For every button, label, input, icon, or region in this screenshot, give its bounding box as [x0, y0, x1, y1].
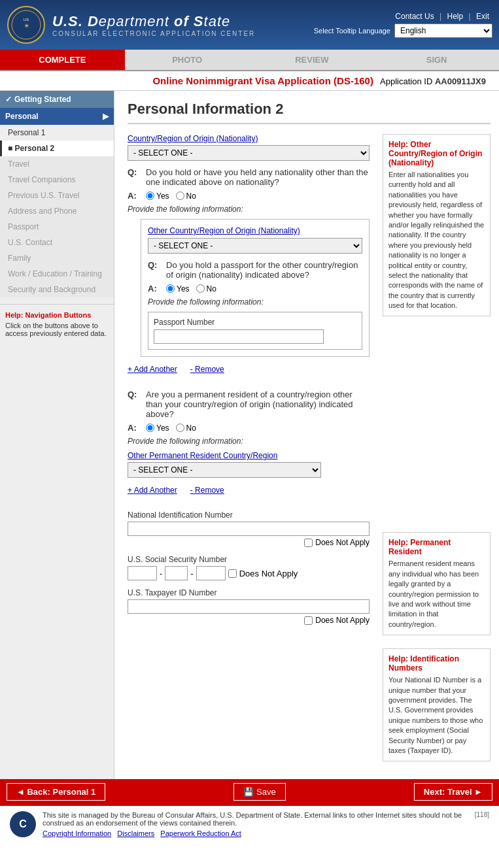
ssn-dna-checkbox[interactable] — [228, 569, 237, 578]
language-select[interactable]: English Spanish French Chinese — [394, 24, 492, 38]
sidebar-help: Help: Navigation Buttons Click on the bu… — [0, 304, 114, 344]
sidebar-item-passport[interactable]: Passport — [0, 219, 114, 235]
copyright-link[interactable]: Copyright Information — [43, 829, 111, 837]
sidebar-item-personal2[interactable]: ■ Personal 2 — [0, 141, 114, 156]
next-button[interactable]: Next: Travel ► — [414, 783, 492, 801]
ssn-part1-input[interactable] — [128, 566, 157, 580]
exit-link[interactable]: Exit — [476, 12, 489, 21]
passport-number-input[interactable] — [154, 329, 324, 344]
disclaimers-link[interactable]: Disclaimers — [117, 829, 154, 837]
sidebar-item-security[interactable]: Security and Background — [0, 282, 114, 297]
identification-section: National Identification Number Does Not … — [128, 510, 370, 625]
q2-no-label[interactable]: No — [196, 284, 216, 293]
top-links: Contact Us | Help | Exit — [314, 12, 492, 21]
perm-yes-label[interactable]: Yes — [146, 424, 169, 433]
remove-link-1[interactable]: Remove — [190, 365, 224, 374]
help-perm-box: Help: Permanent Resident Permanent resid… — [383, 532, 490, 635]
ssn-part3-input[interactable] — [196, 566, 226, 580]
contact-link[interactable]: Contact Us — [395, 12, 434, 21]
q1-no-label[interactable]: No — [176, 192, 196, 201]
perm-no-label[interactable]: No — [176, 424, 196, 433]
perm-no-radio[interactable] — [176, 424, 184, 432]
tab-review[interactable]: REVIEW — [250, 50, 375, 70]
provide-info-perm: Provide the following information: — [128, 437, 370, 446]
perm-country-label: Other Permanent Resident Country/Region — [128, 451, 370, 460]
page-title: Personal Information 2 — [128, 101, 490, 124]
sidebar-item-previous-travel[interactable]: Previous U.S. Travel — [0, 188, 114, 203]
q2-yes-label[interactable]: Yes — [166, 284, 190, 293]
perm-country-block: Other Permanent Resident Country/Region … — [128, 451, 370, 478]
q2-row: Q: Do you hold a passport for the other … — [148, 260, 362, 280]
perm-country-link[interactable]: Other Permanent Resident Country/Region — [128, 451, 277, 460]
q2-radio-group: Yes No — [166, 284, 216, 293]
header-title-block: U.S. Department of State CONSULAR ELECTR… — [52, 13, 255, 37]
q1-answer-row: A: Yes No — [128, 191, 370, 201]
q2-yes-radio[interactable] — [166, 284, 175, 293]
remove-link-2[interactable]: Remove — [190, 486, 224, 495]
sidebar-item-label: Personal — [5, 112, 39, 121]
sidebar-item-address[interactable]: Address and Phone — [0, 203, 114, 219]
sidebar-section-personal[interactable]: Personal ▶ — [0, 108, 114, 125]
taxpayer-field: U.S. Taxpayer ID Number Does Not Apply — [128, 588, 370, 625]
q1-no-radio[interactable] — [176, 192, 184, 200]
perm-yes-radio[interactable] — [146, 424, 154, 432]
header-right: Contact Us | Help | Exit Select Tooltip … — [314, 12, 492, 38]
add-another-link-2[interactable]: Add Another — [128, 486, 177, 495]
taxpayer-dna-row: Does Not Apply — [128, 616, 370, 625]
tab-complete[interactable]: COMPLETE — [0, 50, 125, 70]
q2-no-radio[interactable] — [196, 284, 205, 293]
app-id-value: AA00911JX9 — [435, 76, 486, 86]
q1-yes-label[interactable]: Yes — [146, 192, 169, 201]
tooltip-language-row: Select Tooltip Language English Spanish … — [314, 24, 492, 38]
back-button[interactable]: ◄ Back: Personal 1 — [7, 783, 105, 801]
nationality-select[interactable]: - SELECT ONE - — [128, 145, 370, 161]
paperwork-link[interactable]: Paperwork Reduction Act — [160, 829, 241, 837]
permanent-resident-section: Q: Are you a permanent resident of a cou… — [128, 390, 370, 497]
site-header: ★ US U.S. Department of State CONSULAR E… — [0, 0, 499, 50]
header-left: ★ US U.S. Department of State CONSULAR E… — [7, 5, 255, 44]
footer-text-block: This site is managed by the Bureau of Co… — [43, 811, 468, 837]
footer-text: This site is managed by the Bureau of Co… — [43, 811, 468, 827]
add-remove-row-2: Add Another Remove — [128, 483, 370, 497]
main-layout: ✓ Getting Started Personal ▶ Personal 1 … — [0, 91, 499, 779]
main-content: Personal Information 2 Country/Region of… — [114, 91, 499, 779]
perm-answer-row: A: Yes No — [128, 423, 370, 433]
help-id-text: Your National ID Number is a unique numb… — [388, 675, 485, 756]
sidebar-item-travel-companions[interactable]: Travel Companions — [0, 172, 114, 188]
footer-links: Copyright Information Disclaimers Paperw… — [43, 829, 468, 837]
sidebar: ✓ Getting Started Personal ▶ Personal 1 … — [0, 91, 114, 779]
tab-photo[interactable]: PHOTO — [125, 50, 250, 70]
sidebar-item-us-contact[interactable]: U.S. Contact — [0, 235, 114, 250]
help-title: Help: Navigation Buttons — [5, 311, 91, 319]
other-nationality-select[interactable]: - SELECT ONE - — [148, 238, 362, 254]
sidebar-item-family[interactable]: Family — [0, 250, 114, 266]
other-nationality-link[interactable]: Other Country/Region of Origin (National… — [148, 226, 300, 235]
taxpayer-dna-checkbox[interactable] — [304, 616, 313, 625]
q2-text: Do you hold a passport for the other cou… — [166, 260, 362, 280]
save-button[interactable]: 💾 Save — [233, 783, 285, 801]
help-text: Click on the buttons above to access pre… — [5, 322, 109, 337]
taxpayer-input[interactable] — [128, 599, 370, 614]
help-link[interactable]: Help — [447, 12, 463, 21]
svg-text:★: ★ — [24, 23, 29, 29]
add-another-link-1[interactable]: Add Another — [128, 365, 177, 374]
sidebar-item-personal1[interactable]: Personal 1 — [0, 125, 114, 141]
sidebar-item-work-education[interactable]: Work / Education / Training — [0, 266, 114, 282]
taxpayer-dna-label: Does Not Apply — [315, 616, 370, 625]
nationality-section: Country/Region of Origin (Nationality) -… — [128, 134, 370, 376]
sidebar-section-getting-started[interactable]: ✓ Getting Started — [0, 91, 114, 108]
ssn-part2-input[interactable] — [165, 566, 188, 580]
nationality-link[interactable]: Country/Region of Origin (Nationality) — [128, 134, 258, 143]
q1-yes-radio[interactable] — [146, 192, 154, 200]
help-column: Help: Other Country/Region of Origin (Na… — [376, 134, 490, 769]
q2-block: Q: Do you hold a passport for the other … — [148, 260, 362, 350]
app-id-label: Application ID — [376, 76, 435, 86]
national-id-dna-checkbox[interactable] — [304, 539, 313, 547]
national-id-input[interactable] — [128, 522, 370, 536]
sidebar-item-travel[interactable]: Travel — [0, 156, 114, 172]
perm-q1-label: Q: — [128, 390, 141, 419]
q2-answer-row: A: Yes No — [148, 284, 362, 293]
help-id-box: Help: Identification Numbers Your Nation… — [383, 648, 490, 761]
perm-country-select[interactable]: - SELECT ONE - — [128, 462, 321, 478]
tab-sign[interactable]: SIGN — [374, 50, 499, 70]
